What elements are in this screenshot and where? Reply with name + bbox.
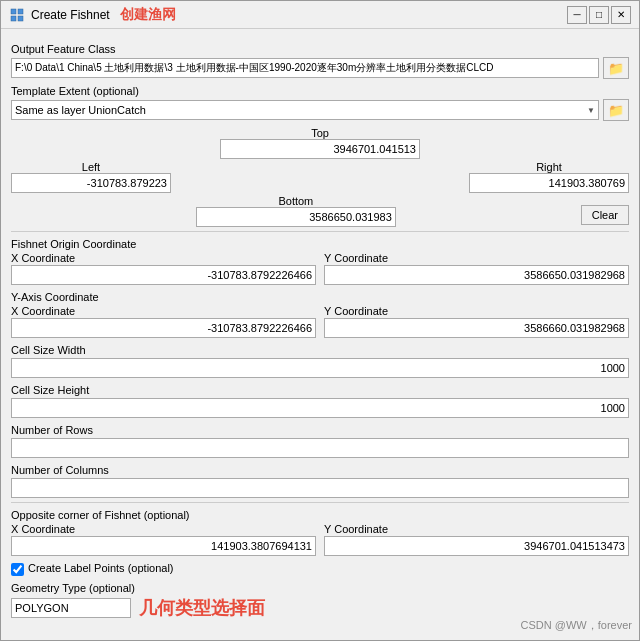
template-extent-select[interactable]: Same as layer UnionCatch — [11, 100, 599, 120]
svg-rect-1 — [18, 9, 23, 14]
svg-rect-3 — [18, 16, 23, 21]
left-section: Left — [11, 161, 171, 193]
num-cols-input[interactable] — [11, 478, 629, 498]
extent-section: Top Left Right Bottom — [11, 127, 629, 227]
opp-y-label: Y Coordinate — [324, 523, 629, 535]
window-title-zh: 创建渔网 — [120, 6, 176, 24]
form-content: Output Feature Class 📁 Template Extent (… — [1, 29, 639, 640]
minimize-button[interactable]: ─ — [567, 6, 587, 24]
output-feature-class-input[interactable] — [11, 58, 599, 78]
opp-x-section: X Coordinate — [11, 523, 316, 556]
fishnet-origin-row: X Coordinate Y Coordinate — [11, 252, 629, 285]
opp-x-input[interactable] — [11, 536, 316, 556]
right-label: Right — [469, 161, 629, 173]
opposite-corner-row: X Coordinate Y Coordinate — [11, 523, 629, 556]
output-feature-class-row: 📁 — [11, 57, 629, 79]
template-extent-button[interactable]: 📁 — [603, 99, 629, 121]
svg-rect-2 — [11, 16, 16, 21]
cell-width-input[interactable] — [11, 358, 629, 378]
origin-y-label: Y Coordinate — [324, 252, 629, 264]
bottom-row: Bottom Clear — [11, 195, 629, 227]
output-folder-button[interactable]: 📁 — [603, 57, 629, 79]
origin-x-input[interactable] — [11, 265, 316, 285]
create-label-row: Create Label Points (optional) — [11, 562, 629, 576]
yaxis-y-label: Y Coordinate — [324, 305, 629, 317]
bottom-section: Bottom — [11, 195, 581, 227]
opp-x-label: X Coordinate — [11, 523, 316, 535]
geometry-type-label: Geometry Type (optional) — [11, 582, 629, 594]
close-button[interactable]: ✕ — [611, 6, 631, 24]
cell-width-label: Cell Size Width — [11, 344, 629, 356]
template-extent-label: Template Extent (optional) — [11, 85, 629, 97]
left-input[interactable] — [11, 173, 171, 193]
main-window: Create Fishnet 创建渔网 ─ □ ✕ Output Feature… — [0, 0, 640, 641]
num-rows-input[interactable] — [11, 438, 629, 458]
title-bar-controls: ─ □ ✕ — [567, 6, 631, 24]
opp-y-section: Y Coordinate — [324, 523, 629, 556]
right-input[interactable] — [469, 173, 629, 193]
window-title: Create Fishnet — [31, 8, 110, 22]
clear-button[interactable]: Clear — [581, 205, 629, 225]
origin-x-section: X Coordinate — [11, 252, 316, 285]
output-feature-class-label: Output Feature Class — [11, 43, 629, 55]
app-icon — [9, 7, 25, 23]
bottom-input[interactable] — [196, 207, 396, 227]
divider1 — [11, 231, 629, 232]
divider2 — [11, 502, 629, 503]
yaxis-y-section: Y Coordinate — [324, 305, 629, 338]
num-cols-label: Number of Columns — [11, 464, 629, 476]
geometry-type-row: 几何类型选择面 — [11, 596, 629, 620]
origin-y-input[interactable] — [324, 265, 629, 285]
yaxis-x-section: X Coordinate — [11, 305, 316, 338]
yaxis-x-input[interactable] — [11, 318, 316, 338]
geometry-type-zh: 几何类型选择面 — [139, 596, 265, 620]
lr-row: Left Right — [11, 161, 629, 193]
opp-y-input[interactable] — [324, 536, 629, 556]
yaxis-x-label: X Coordinate — [11, 305, 316, 317]
maximize-button[interactable]: □ — [589, 6, 609, 24]
yaxis-row: X Coordinate Y Coordinate — [11, 305, 629, 338]
geometry-type-input[interactable] — [11, 598, 131, 618]
origin-y-section: Y Coordinate — [324, 252, 629, 285]
bottom-label: Bottom — [11, 195, 581, 207]
template-extent-row: Same as layer UnionCatch 📁 — [11, 99, 629, 121]
title-bar-left: Create Fishnet 创建渔网 — [9, 6, 176, 24]
opposite-corner-label: Opposite corner of Fishnet (optional) — [11, 509, 629, 521]
svg-rect-0 — [11, 9, 16, 14]
cell-height-label: Cell Size Height — [11, 384, 629, 396]
cell-height-input[interactable] — [11, 398, 629, 418]
origin-x-label: X Coordinate — [11, 252, 316, 264]
yaxis-label: Y-Axis Coordinate — [11, 291, 629, 303]
fishnet-origin-label: Fishnet Origin Coordinate — [11, 238, 629, 250]
title-bar: Create Fishnet 创建渔网 ─ □ ✕ — [1, 1, 639, 29]
clear-section: Clear — [581, 205, 629, 227]
create-label-checkbox[interactable] — [11, 563, 24, 576]
left-label: Left — [11, 161, 171, 173]
yaxis-y-input[interactable] — [324, 318, 629, 338]
top-section: Top — [11, 127, 629, 159]
create-label-text: Create Label Points (optional) — [28, 562, 174, 574]
watermark: CSDN @WW，forever — [521, 618, 632, 633]
right-section: Right — [469, 161, 629, 193]
top-label: Top — [11, 127, 629, 139]
num-rows-label: Number of Rows — [11, 424, 629, 436]
top-input[interactable] — [220, 139, 420, 159]
